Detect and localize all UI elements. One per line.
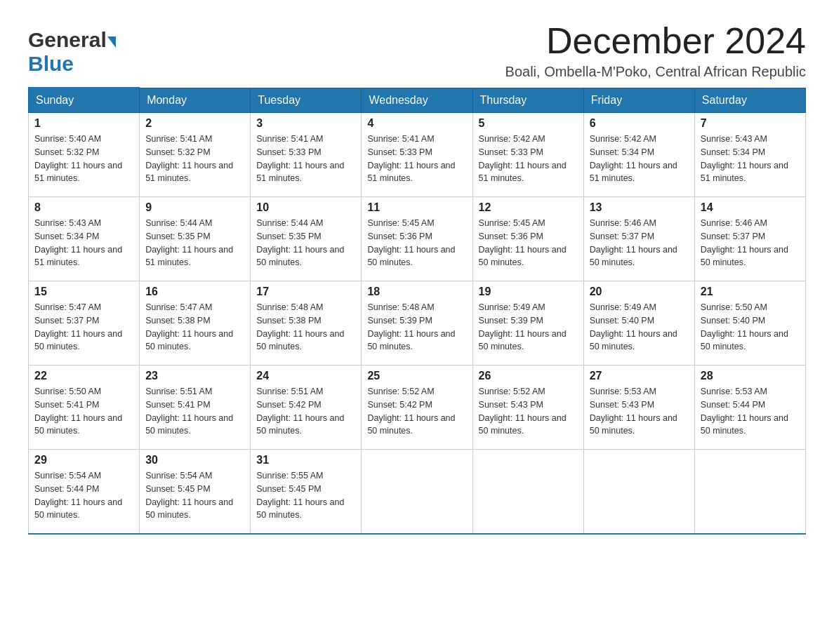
calendar-day-cell: 19Sunrise: 5:49 AMSunset: 5:39 PMDayligh… bbox=[472, 281, 583, 365]
day-info: Sunrise: 5:54 AMSunset: 5:44 PMDaylight:… bbox=[34, 469, 133, 522]
calendar-day-cell: 4Sunrise: 5:41 AMSunset: 5:33 PMDaylight… bbox=[362, 113, 472, 197]
day-number: 7 bbox=[701, 117, 800, 130]
logo-blue: Blue bbox=[28, 52, 74, 76]
weekday-header-tuesday: Tuesday bbox=[251, 88, 362, 113]
day-number: 27 bbox=[590, 370, 689, 382]
calendar-day-cell: 1Sunrise: 5:40 AMSunset: 5:32 PMDaylight… bbox=[29, 113, 140, 197]
calendar-day-cell: 21Sunrise: 5:50 AMSunset: 5:40 PMDayligh… bbox=[694, 281, 805, 365]
logo: General Blue bbox=[28, 28, 116, 76]
day-number: 11 bbox=[367, 201, 466, 214]
calendar-day-cell: 29Sunrise: 5:54 AMSunset: 5:44 PMDayligh… bbox=[29, 450, 140, 534]
day-info: Sunrise: 5:46 AMSunset: 5:37 PMDaylight:… bbox=[701, 217, 800, 269]
day-number: 20 bbox=[590, 286, 689, 298]
day-info: Sunrise: 5:45 AMSunset: 5:36 PMDaylight:… bbox=[479, 217, 578, 269]
day-info: Sunrise: 5:41 AMSunset: 5:33 PMDaylight:… bbox=[367, 133, 466, 185]
day-number: 9 bbox=[145, 201, 244, 214]
day-info: Sunrise: 5:48 AMSunset: 5:39 PMDaylight:… bbox=[367, 301, 466, 354]
day-info: Sunrise: 5:52 AMSunset: 5:42 PMDaylight:… bbox=[367, 385, 466, 438]
calendar-day-cell: 27Sunrise: 5:53 AMSunset: 5:43 PMDayligh… bbox=[583, 365, 694, 450]
calendar-day-cell: 23Sunrise: 5:51 AMSunset: 5:41 PMDayligh… bbox=[140, 365, 251, 450]
calendar-day-cell: 7Sunrise: 5:43 AMSunset: 5:34 PMDaylight… bbox=[694, 113, 805, 197]
calendar-week-row: 22Sunrise: 5:50 AMSunset: 5:41 PMDayligh… bbox=[29, 365, 806, 450]
day-number: 4 bbox=[367, 117, 466, 130]
calendar-week-row: 1Sunrise: 5:40 AMSunset: 5:32 PMDaylight… bbox=[29, 113, 806, 197]
day-number: 8 bbox=[34, 201, 133, 214]
day-number: 19 bbox=[479, 286, 578, 298]
day-info: Sunrise: 5:47 AMSunset: 5:38 PMDaylight:… bbox=[145, 301, 244, 354]
calendar-week-row: 8Sunrise: 5:43 AMSunset: 5:34 PMDaylight… bbox=[29, 197, 806, 281]
day-number: 28 bbox=[701, 370, 800, 382]
day-info: Sunrise: 5:44 AMSunset: 5:35 PMDaylight:… bbox=[256, 217, 355, 269]
day-info: Sunrise: 5:54 AMSunset: 5:45 PMDaylight:… bbox=[145, 469, 244, 522]
day-info: Sunrise: 5:50 AMSunset: 5:40 PMDaylight:… bbox=[701, 301, 800, 354]
day-number: 12 bbox=[479, 201, 578, 214]
day-info: Sunrise: 5:41 AMSunset: 5:33 PMDaylight:… bbox=[256, 133, 355, 185]
day-info: Sunrise: 5:53 AMSunset: 5:44 PMDaylight:… bbox=[701, 385, 800, 438]
day-info: Sunrise: 5:44 AMSunset: 5:35 PMDaylight:… bbox=[145, 217, 244, 269]
day-number: 31 bbox=[256, 454, 355, 467]
day-number: 30 bbox=[145, 454, 244, 467]
header: General Blue December 2024 Boali, Ombell… bbox=[28, 21, 806, 80]
day-number: 17 bbox=[256, 286, 355, 298]
calendar-day-cell: 9Sunrise: 5:44 AMSunset: 5:35 PMDaylight… bbox=[140, 197, 251, 281]
calendar-day-cell: 10Sunrise: 5:44 AMSunset: 5:35 PMDayligh… bbox=[251, 197, 362, 281]
title-area: December 2024 Boali, Ombella-M'Poko, Cen… bbox=[505, 21, 806, 80]
day-number: 6 bbox=[590, 117, 689, 130]
calendar-day-cell: 11Sunrise: 5:45 AMSunset: 5:36 PMDayligh… bbox=[362, 197, 472, 281]
day-number: 16 bbox=[145, 286, 244, 298]
day-info: Sunrise: 5:47 AMSunset: 5:37 PMDaylight:… bbox=[34, 301, 133, 354]
calendar-day-cell: 6Sunrise: 5:42 AMSunset: 5:34 PMDaylight… bbox=[583, 113, 694, 197]
calendar-day-cell bbox=[583, 450, 694, 534]
weekday-header-saturday: Saturday bbox=[694, 88, 805, 113]
day-info: Sunrise: 5:51 AMSunset: 5:42 PMDaylight:… bbox=[256, 385, 355, 438]
day-info: Sunrise: 5:42 AMSunset: 5:33 PMDaylight:… bbox=[479, 133, 578, 185]
calendar-day-cell: 25Sunrise: 5:52 AMSunset: 5:42 PMDayligh… bbox=[362, 365, 472, 450]
calendar-day-cell: 30Sunrise: 5:54 AMSunset: 5:45 PMDayligh… bbox=[140, 450, 251, 534]
day-info: Sunrise: 5:49 AMSunset: 5:40 PMDaylight:… bbox=[590, 301, 689, 354]
calendar-day-cell: 2Sunrise: 5:41 AMSunset: 5:32 PMDaylight… bbox=[140, 113, 251, 197]
day-info: Sunrise: 5:46 AMSunset: 5:37 PMDaylight:… bbox=[590, 217, 689, 269]
day-info: Sunrise: 5:52 AMSunset: 5:43 PMDaylight:… bbox=[479, 385, 578, 438]
day-number: 1 bbox=[34, 117, 133, 130]
calendar-day-cell bbox=[362, 450, 472, 534]
calendar-day-cell: 14Sunrise: 5:46 AMSunset: 5:37 PMDayligh… bbox=[694, 197, 805, 281]
day-info: Sunrise: 5:40 AMSunset: 5:32 PMDaylight:… bbox=[34, 133, 133, 185]
day-info: Sunrise: 5:48 AMSunset: 5:38 PMDaylight:… bbox=[256, 301, 355, 354]
calendar-day-cell: 20Sunrise: 5:49 AMSunset: 5:40 PMDayligh… bbox=[583, 281, 694, 365]
logo-triangle-icon bbox=[107, 36, 116, 48]
day-number: 13 bbox=[590, 201, 689, 214]
calendar-day-cell bbox=[472, 450, 583, 534]
calendar-day-cell: 15Sunrise: 5:47 AMSunset: 5:37 PMDayligh… bbox=[29, 281, 140, 365]
day-number: 3 bbox=[256, 117, 355, 130]
day-number: 18 bbox=[367, 286, 466, 298]
day-number: 22 bbox=[34, 370, 133, 382]
calendar-day-cell: 16Sunrise: 5:47 AMSunset: 5:38 PMDayligh… bbox=[140, 281, 251, 365]
day-info: Sunrise: 5:42 AMSunset: 5:34 PMDaylight:… bbox=[590, 133, 689, 185]
calendar-week-row: 15Sunrise: 5:47 AMSunset: 5:37 PMDayligh… bbox=[29, 281, 806, 365]
day-info: Sunrise: 5:45 AMSunset: 5:36 PMDaylight:… bbox=[367, 217, 466, 269]
calendar-day-cell: 17Sunrise: 5:48 AMSunset: 5:38 PMDayligh… bbox=[251, 281, 362, 365]
day-number: 14 bbox=[701, 201, 800, 214]
day-number: 25 bbox=[367, 370, 466, 382]
day-number: 2 bbox=[145, 117, 244, 130]
calendar-day-cell: 13Sunrise: 5:46 AMSunset: 5:37 PMDayligh… bbox=[583, 197, 694, 281]
day-number: 5 bbox=[479, 117, 578, 130]
calendar-day-cell: 3Sunrise: 5:41 AMSunset: 5:33 PMDaylight… bbox=[251, 113, 362, 197]
day-number: 23 bbox=[145, 370, 244, 382]
calendar-day-cell: 8Sunrise: 5:43 AMSunset: 5:34 PMDaylight… bbox=[29, 197, 140, 281]
calendar-day-cell: 22Sunrise: 5:50 AMSunset: 5:41 PMDayligh… bbox=[29, 365, 140, 450]
calendar-week-row: 29Sunrise: 5:54 AMSunset: 5:44 PMDayligh… bbox=[29, 450, 806, 534]
day-info: Sunrise: 5:51 AMSunset: 5:41 PMDaylight:… bbox=[145, 385, 244, 438]
calendar-day-cell: 28Sunrise: 5:53 AMSunset: 5:44 PMDayligh… bbox=[694, 365, 805, 450]
day-number: 29 bbox=[34, 454, 133, 467]
calendar-day-cell: 5Sunrise: 5:42 AMSunset: 5:33 PMDaylight… bbox=[472, 113, 583, 197]
calendar-day-cell: 12Sunrise: 5:45 AMSunset: 5:36 PMDayligh… bbox=[472, 197, 583, 281]
month-title: December 2024 bbox=[505, 21, 806, 61]
calendar-day-cell: 26Sunrise: 5:52 AMSunset: 5:43 PMDayligh… bbox=[472, 365, 583, 450]
weekday-header-monday: Monday bbox=[140, 88, 251, 113]
calendar-day-cell: 31Sunrise: 5:55 AMSunset: 5:45 PMDayligh… bbox=[251, 450, 362, 534]
location-subtitle: Boali, Ombella-M'Poko, Central African R… bbox=[505, 64, 806, 80]
calendar-day-cell: 18Sunrise: 5:48 AMSunset: 5:39 PMDayligh… bbox=[362, 281, 472, 365]
day-info: Sunrise: 5:41 AMSunset: 5:32 PMDaylight:… bbox=[145, 133, 244, 185]
day-info: Sunrise: 5:53 AMSunset: 5:43 PMDaylight:… bbox=[590, 385, 689, 438]
